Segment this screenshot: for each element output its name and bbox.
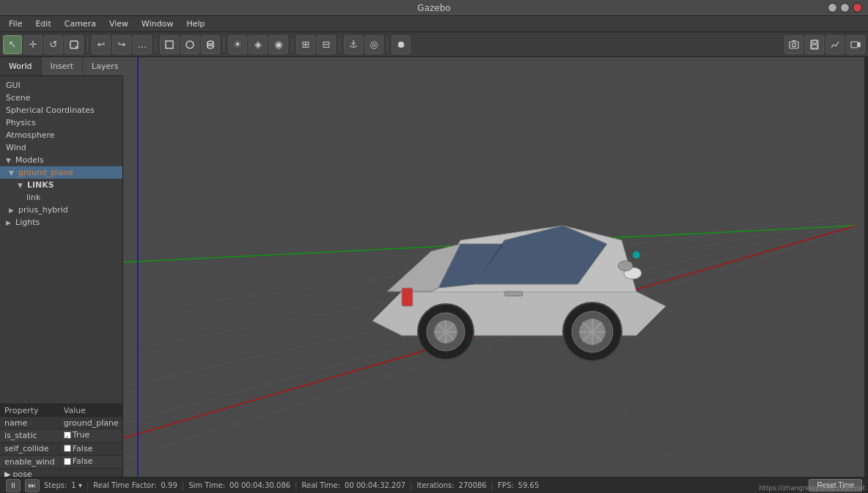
tool-copy[interactable]: ⊞ [296,35,315,54]
main-layout: World Insert Layers GUI Scene Spherical … [0,57,868,477]
prop-value-pose [59,468,122,477]
tool-scale[interactable] [65,35,84,54]
tool-sun[interactable]: ☀ [228,35,247,54]
maximize-button[interactable] [840,3,850,12]
menu-window[interactable]: Window [136,18,179,30]
tool-undo[interactable]: ↩ [92,35,111,54]
status-bar: ⏸ ⏭ Steps: 1 ▾ | Real Time Factor: 0.99 … [0,477,868,493]
toolbar-sep-5 [339,37,340,52]
panel-tabs: World Insert Layers [0,57,122,76]
tool-translate[interactable]: ✛ [23,35,43,54]
tree-item-spherical[interactable]: Spherical Coordinates [0,104,122,116]
tool-cylinder[interactable] [201,35,220,54]
watermark: https://zhangrelay.blog.csdn.net [756,483,868,493]
iterations-label: Iterations: [417,481,455,489]
tree-item-models[interactable]: ▼ Models [0,154,122,166]
tool-camera-snapshot[interactable] [784,35,803,54]
prop-row-pose[interactable]: ▶ pose [0,468,122,477]
svg-marker-14 [858,42,860,47]
prop-value-is-static: True [59,429,122,443]
prop-checkbox-self-collide[interactable] [64,445,71,452]
tool-extra[interactable]: … [133,35,152,54]
tool-sphere[interactable] [180,35,199,54]
prop-row-enable-wind[interactable]: enable_wind False [0,456,122,469]
svg-rect-12 [812,45,817,48]
menu-camera[interactable]: Camera [59,18,102,30]
tool-save[interactable] [805,35,824,54]
svg-rect-46 [504,292,523,296]
tool-video[interactable] [846,35,865,54]
svg-point-4 [207,41,213,44]
tool-rotate[interactable]: ↺ [44,35,63,54]
menu-file[interactable]: File [3,18,28,30]
tree-item-wind[interactable]: Wind [0,141,122,154]
prop-label-enable-wind: enable_wind [0,456,59,469]
prop-row-name[interactable]: name ground_plane [0,418,122,429]
tree-item-physics[interactable]: Physics [0,116,122,129]
svg-rect-31 [402,288,413,306]
tool-select[interactable]: ↖ [3,35,22,54]
step-button[interactable]: ⏭ [25,479,40,492]
tool-record[interactable]: ⏺ [391,35,411,54]
prop-row-self-collide[interactable]: self_collide False [0,442,122,456]
menu-view[interactable]: View [103,18,134,30]
prop-value-self-collide: False [59,442,122,456]
tree-item-link[interactable]: link [0,191,122,204]
title-bar: Gazebo [0,0,868,16]
prop-value-name: ground_plane [59,418,122,429]
minimize-button[interactable] [828,3,837,12]
prop-checkbox-is-static[interactable] [64,431,71,439]
prop-pose-arrow: ▶ [4,470,10,478]
tree-item-atmosphere[interactable]: Atmosphere [0,129,122,141]
real-time-value: 00 00:04:32.207 [345,481,405,489]
right-resize-handle[interactable] [864,57,868,477]
viewport[interactable] [123,57,868,477]
svg-rect-13 [851,42,858,48]
left-panel: World Insert Layers GUI Scene Spherical … [0,57,123,477]
toolbar-sep-3 [224,37,224,52]
tree-item-ground-plane[interactable]: ▼ ground_plane [0,166,122,179]
prop-label-pose: ▶ pose [0,468,59,477]
fps-value: 59.65 [518,481,540,489]
tool-redo[interactable]: ↪ [112,35,131,54]
sim-time-label: Sim Time: [188,481,225,489]
prop-header-value: Value [59,404,122,418]
car-model [358,145,688,379]
steps-value: 1 ▾ [71,481,82,489]
toolbar: ↖ ✛ ↺ ↩ ↪ … ☀ ◈ ◉ ⊞ ⊟ ⚓ ◎ ⏺ [0,32,868,57]
tree-item-lights[interactable]: ▶ Lights [0,216,122,229]
svg-point-47 [618,261,633,271]
menu-edit[interactable]: Edit [29,18,56,30]
tool-graph[interactable] [825,35,845,54]
tree-area: GUI Scene Spherical Coordinates Physics … [0,76,122,404]
properties-table: Property Value name ground_plane is_stat… [0,404,122,477]
menu-help[interactable]: Help [180,18,210,30]
fps-label: FPS: [498,481,514,489]
prop-row-is-static[interactable]: is_static True [0,429,122,443]
tool-target[interactable]: ◎ [364,35,383,54]
tab-layers[interactable]: Layers [83,57,128,75]
prop-value-enable-wind: False [59,456,122,469]
window-title: Gazebo [417,3,450,13]
tree-item-prius[interactable]: ▶ prius_hybrid [0,204,122,216]
tool-snap[interactable]: ⊟ [317,35,336,54]
toolbar-sep-1 [87,37,88,52]
tree-item-scene[interactable]: Scene [0,92,122,104]
tab-insert[interactable]: Insert [42,57,84,75]
tree-item-links[interactable]: ▼ LINKS [0,179,122,191]
close-button[interactable] [853,3,862,12]
sim-time-value: 00 00:04:30.086 [229,481,290,489]
tree-item-gui[interactable]: GUI [0,79,122,92]
toolbar-sep-2 [155,37,156,52]
realtime-factor-value: 0.99 [161,481,177,489]
pause-button[interactable]: ⏸ [6,479,21,492]
toolbar-sep-4 [292,37,293,52]
prop-checkbox-enable-wind[interactable] [64,458,71,465]
realtime-factor-label: Real Time Factor: [93,481,156,489]
tool-spotlight[interactable]: ◉ [269,35,288,54]
tab-world[interactable]: World [0,57,42,75]
tool-box[interactable] [160,35,179,54]
tool-pointlight[interactable]: ◈ [249,35,268,54]
svg-point-48 [633,251,640,259]
tool-anchor[interactable]: ⚓ [344,35,363,54]
